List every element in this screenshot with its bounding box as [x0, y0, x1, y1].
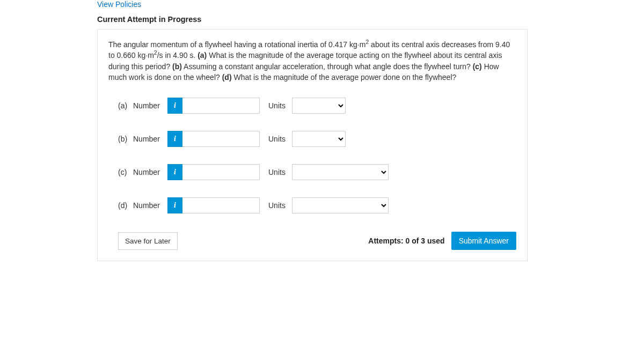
number-label: Number — [133, 168, 167, 176]
answer-row-b: (b) Number i Units — [108, 131, 516, 147]
problem-statement: The angular momentum of a flywheel havin… — [108, 39, 516, 83]
answer-row-c: (c) Number i Units — [108, 164, 516, 180]
units-label: Units — [268, 101, 286, 110]
number-input-a[interactable] — [182, 98, 260, 114]
part-label-d: (d) — [118, 201, 133, 210]
units-label: Units — [268, 135, 286, 143]
number-label: Number — [133, 135, 167, 143]
number-label: Number — [133, 201, 167, 210]
part-label-b: (b) — [118, 135, 133, 143]
number-input-d[interactable] — [182, 197, 260, 213]
number-input-c[interactable] — [182, 164, 260, 180]
info-icon[interactable]: i — [167, 131, 182, 147]
attempts-text: Attempts: 0 of 3 used — [368, 237, 444, 245]
units-select-b[interactable] — [292, 131, 346, 147]
answer-row-a: (a) Number i Units — [108, 98, 516, 114]
units-label: Units — [268, 201, 286, 210]
number-input-b[interactable] — [182, 131, 260, 147]
units-select-c[interactable] — [292, 164, 389, 180]
units-select-d[interactable] — [292, 197, 389, 213]
info-icon[interactable]: i — [167, 164, 182, 180]
info-icon[interactable]: i — [167, 98, 182, 114]
part-label-c: (c) — [118, 168, 133, 176]
save-for-later-button[interactable]: Save for Later — [118, 232, 178, 250]
attempt-status-heading: Current Attempt in Progress — [97, 12, 528, 29]
answer-row-d: (d) Number i Units — [108, 197, 516, 213]
units-label: Units — [268, 168, 286, 176]
info-icon[interactable]: i — [167, 197, 182, 213]
part-label-a: (a) — [118, 101, 133, 110]
footer-row: Save for Later Attempts: 0 of 3 used Sub… — [108, 232, 516, 250]
submit-answer-button[interactable]: Submit Answer — [451, 232, 516, 250]
number-label: Number — [133, 101, 167, 110]
units-select-a[interactable] — [292, 98, 346, 114]
view-policies-link[interactable]: View Policies — [97, 0, 141, 12]
